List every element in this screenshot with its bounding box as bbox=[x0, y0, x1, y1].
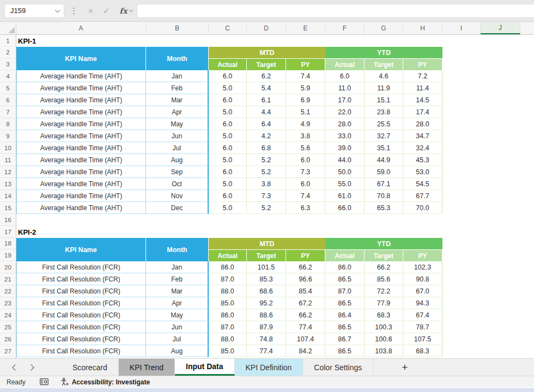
cell-month[interactable]: Apr bbox=[146, 106, 209, 118]
row-header-4[interactable]: 4 bbox=[0, 70, 16, 82]
cell-value[interactable]: 6.2 bbox=[247, 70, 286, 82]
cell-value[interactable]: 4.9 bbox=[286, 118, 325, 130]
cell-value[interactable]: 5.1 bbox=[286, 106, 325, 118]
add-sheet-button[interactable]: + bbox=[396, 362, 413, 373]
header-sub-py[interactable]: PY bbox=[286, 58, 325, 70]
cell-value[interactable]: 17.0 bbox=[325, 94, 365, 106]
cell-value[interactable]: 102.3 bbox=[403, 261, 442, 273]
row-header-12[interactable]: 12 bbox=[0, 166, 16, 178]
tab-kpi-definition[interactable]: KPI Definition bbox=[235, 359, 304, 376]
cell-value[interactable]: 86.0 bbox=[325, 261, 365, 273]
cell-kpi-name[interactable]: Average Handle Time (AHT) bbox=[16, 94, 146, 106]
column-header-B[interactable]: B bbox=[146, 22, 209, 34]
cell-value[interactable]: 87.0 bbox=[209, 321, 247, 333]
cell-month[interactable]: Feb bbox=[146, 273, 209, 285]
header-sub-actual[interactable]: Actual bbox=[325, 58, 365, 70]
row-header-10[interactable]: 10 bbox=[0, 142, 16, 154]
cell-value[interactable]: 88.0 bbox=[209, 333, 247, 345]
row-header-14[interactable]: 14 bbox=[0, 190, 16, 202]
cell-kpi-name[interactable]: First Call Resolution (FCR) bbox=[16, 261, 146, 273]
row-header-25[interactable]: 25 bbox=[0, 321, 16, 333]
cell-value[interactable]: 66.0 bbox=[325, 202, 365, 214]
cell-value[interactable]: 67.0 bbox=[403, 285, 442, 297]
cell-value[interactable]: 4.4 bbox=[247, 106, 286, 118]
cell-value[interactable]: 78.7 bbox=[403, 321, 442, 333]
cell-kpi-name[interactable]: Average Handle Time (AHT) bbox=[16, 70, 146, 82]
row-header-9[interactable]: 9 bbox=[0, 130, 16, 142]
header-sub-target[interactable]: Target bbox=[365, 249, 403, 261]
cell-value[interactable]: 70.0 bbox=[403, 202, 442, 214]
cell-value[interactable]: 6.3 bbox=[286, 202, 325, 214]
cell-value[interactable]: 68.6 bbox=[247, 285, 286, 297]
enter-icon[interactable]: ✓ bbox=[103, 6, 110, 16]
cell-value[interactable]: 55.0 bbox=[325, 178, 365, 190]
cell-value[interactable]: 5.0 bbox=[209, 154, 247, 166]
cell-value[interactable]: 32.7 bbox=[365, 130, 403, 142]
cell-value[interactable]: 3.8 bbox=[247, 178, 286, 190]
next-sheet-icon[interactable] bbox=[28, 364, 34, 370]
cell-value[interactable]: 6.4 bbox=[247, 118, 286, 130]
cell-value[interactable]: 5.6 bbox=[286, 142, 325, 154]
cell-value[interactable]: 6.0 bbox=[209, 94, 247, 106]
row-header-18[interactable]: 18 bbox=[0, 238, 16, 249]
tab-kpi-trend[interactable]: KPI Trend bbox=[119, 359, 175, 376]
cell-value[interactable]: 25.5 bbox=[365, 118, 403, 130]
cell-month[interactable]: Oct bbox=[146, 178, 209, 190]
cell-value[interactable]: 5.2 bbox=[247, 166, 286, 178]
row-header-16[interactable]: 16 bbox=[0, 214, 16, 226]
cell-value[interactable]: 11.9 bbox=[365, 82, 403, 94]
cell-value[interactable]: 61.0 bbox=[325, 190, 365, 202]
kpi-title[interactable]: KPI-2 bbox=[16, 226, 180, 238]
cell-value[interactable]: 6.0 bbox=[209, 70, 247, 82]
cell-value[interactable]: 100.6 bbox=[365, 333, 403, 345]
cell-value[interactable]: 85.4 bbox=[286, 285, 325, 297]
cell-value[interactable]: 70.8 bbox=[365, 190, 403, 202]
cell-value[interactable]: 86.7 bbox=[325, 333, 365, 345]
cell-value[interactable]: 85.3 bbox=[247, 273, 286, 285]
column-header-E[interactable]: E bbox=[286, 22, 325, 34]
cell-value[interactable]: 66.2 bbox=[286, 309, 325, 321]
header-month[interactable]: Month bbox=[146, 238, 209, 261]
cell-value[interactable]: 54.5 bbox=[403, 178, 442, 190]
cell-kpi-name[interactable]: Average Handle Time (AHT) bbox=[16, 118, 146, 130]
cell-value[interactable]: 87.9 bbox=[247, 321, 286, 333]
cell-value[interactable]: 68.3 bbox=[365, 309, 403, 321]
cell-value[interactable]: 67.1 bbox=[365, 178, 403, 190]
cell-value[interactable]: 34.7 bbox=[403, 130, 442, 142]
cell-value[interactable]: 32.4 bbox=[403, 142, 442, 154]
cell-month[interactable]: Jul bbox=[146, 142, 209, 154]
row-header-2[interactable]: 2 bbox=[0, 47, 16, 58]
cell-month[interactable]: Dec bbox=[146, 202, 209, 214]
cell-kpi-name[interactable]: First Call Resolution (FCR) bbox=[16, 345, 146, 357]
cell-value[interactable]: 14.5 bbox=[403, 94, 442, 106]
cell-value[interactable]: 7.3 bbox=[247, 190, 286, 202]
accessibility-status[interactable]: Accessibility: Investigate bbox=[60, 378, 150, 386]
cell-value[interactable]: 4.2 bbox=[247, 130, 286, 142]
header-sub-actual[interactable]: Actual bbox=[209, 249, 247, 261]
cell-value[interactable]: 6.0 bbox=[325, 70, 365, 82]
cell-kpi-name[interactable]: Average Handle Time (AHT) bbox=[16, 106, 146, 118]
column-header-F[interactable]: F bbox=[325, 22, 365, 34]
row-header-13[interactable]: 13 bbox=[0, 178, 16, 190]
cell-value[interactable]: 65.3 bbox=[365, 202, 403, 214]
cell-value[interactable]: 5.0 bbox=[209, 82, 247, 94]
cell-value[interactable]: 85.0 bbox=[209, 297, 247, 309]
cell-kpi-name[interactable]: Average Handle Time (AHT) bbox=[16, 166, 146, 178]
cell-value[interactable]: 6.0 bbox=[209, 118, 247, 130]
cell-value[interactable]: 85.0 bbox=[209, 345, 247, 357]
column-header-C[interactable]: C bbox=[209, 22, 247, 34]
cell-value[interactable]: 74.8 bbox=[247, 333, 286, 345]
more-options-icon[interactable]: ⋮ bbox=[70, 6, 78, 16]
cell-value[interactable]: 67.2 bbox=[286, 297, 325, 309]
cell-value[interactable]: 15.1 bbox=[365, 94, 403, 106]
cell-value[interactable]: 88.0 bbox=[209, 285, 247, 297]
name-box-dropdown-icon[interactable] bbox=[55, 7, 60, 13]
cell-value[interactable]: 86.5 bbox=[325, 321, 365, 333]
fx-dropdown-icon[interactable] bbox=[129, 8, 133, 11]
cell-value[interactable]: 88.6 bbox=[247, 309, 286, 321]
cell-value[interactable]: 101.5 bbox=[247, 261, 286, 273]
cell-value[interactable]: 68.3 bbox=[403, 345, 442, 357]
header-sub-py[interactable]: PY bbox=[286, 249, 325, 261]
cell-kpi-name[interactable]: Average Handle Time (AHT) bbox=[16, 142, 146, 154]
cell-value[interactable]: 87.0 bbox=[209, 273, 247, 285]
